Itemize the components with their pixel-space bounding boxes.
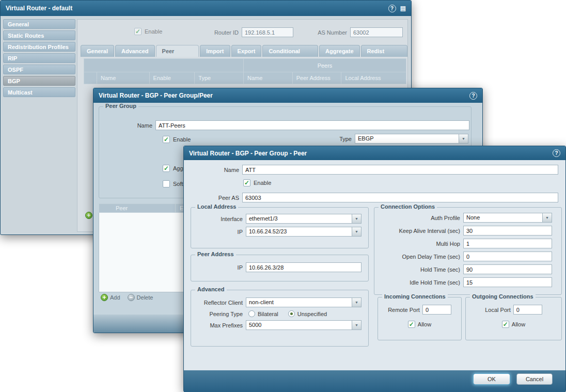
add-icon[interactable]: + — [85, 212, 92, 219]
aggregated-checkbox[interactable]: ✓ — [163, 165, 170, 172]
check-icon: ✓ — [164, 165, 169, 171]
dropdown-arrow-icon[interactable]: ▼ — [352, 214, 361, 224]
tab-import[interactable]: Import — [200, 45, 230, 57]
sidebar-item-rip[interactable]: RIP — [3, 53, 75, 63]
outgoing-connections-legend: Outgoing Connections — [470, 293, 536, 300]
column-header-peer-address[interactable]: Peer Address — [293, 72, 342, 84]
dropdown-arrow-icon[interactable]: ▼ — [352, 227, 361, 237]
keep-alive-field[interactable] — [463, 226, 552, 236]
tab-export[interactable]: Export — [231, 45, 262, 57]
check-icon: ✓ — [503, 321, 508, 327]
router-id-label: Router ID — [196, 29, 239, 36]
tab-redist-rules[interactable]: Redist Rules — [361, 45, 407, 57]
interface-dropdown[interactable]: ethernet1/3 ▼ — [246, 214, 361, 224]
connection-options-fieldset: Connection Options Auth Profile None ▼ K… — [374, 207, 562, 295]
reflector-client-dropdown[interactable]: non-client ▼ — [246, 297, 361, 307]
remote-port-field[interactable] — [422, 305, 451, 315]
idle-hold-time-field[interactable] — [463, 277, 552, 287]
incoming-connections-legend: Incoming Connections — [382, 293, 448, 300]
sidebar-item-multicast[interactable]: Multicast — [3, 87, 75, 97]
add-button[interactable]: + Add — [101, 294, 120, 301]
virtual-router-dialog-titlebar[interactable]: Virtual Router - default ? ▤ — [1, 1, 411, 16]
enable-checkbox[interactable]: ✓ — [243, 179, 250, 186]
bgp-tabs: General Advanced Peer Group Import Expor… — [81, 45, 407, 57]
as-number-field[interactable] — [350, 27, 403, 37]
sidebar-item-static-routes[interactable]: Static Routes — [3, 30, 75, 40]
delete-label: Delete — [137, 294, 153, 301]
enable-checkbox[interactable]: ✓ — [163, 136, 170, 143]
incoming-allow-checkbox[interactable]: ✓ — [408, 321, 415, 328]
multi-hop-field[interactable] — [463, 239, 552, 248]
help-icon[interactable]: ? — [553, 149, 560, 157]
incoming-connections-fieldset: Incoming Connections Remote Port ✓ Allow — [378, 297, 462, 340]
column-header-type[interactable]: Type — [195, 72, 244, 84]
dropdown-arrow-icon[interactable]: ▼ — [352, 320, 361, 330]
local-ip-dropdown[interactable]: 10.66.24.52/23 ▼ — [246, 227, 361, 237]
window-icon[interactable]: ▤ — [400, 5, 406, 11]
type-dropdown[interactable]: EBGP ▼ — [355, 134, 468, 144]
enable-label: Enable — [173, 136, 191, 143]
peer-ip-field[interactable] — [246, 262, 361, 272]
enable-checkbox[interactable]: ✓ — [134, 28, 142, 35]
peer-as-field[interactable] — [242, 193, 558, 202]
outgoing-allow-label: Allow — [512, 321, 525, 327]
sidebar-item-bgp[interactable]: BGP — [3, 76, 75, 86]
auth-profile-dropdown[interactable]: None ▼ — [463, 213, 552, 223]
sidebar-item-redistribution-profiles[interactable]: Redistribution Profiles — [3, 42, 75, 52]
peer-group-dialog-titlebar[interactable]: Virtual Router - BGP - Peer Group/Peer ? — [93, 88, 482, 103]
sidebar-item-general[interactable]: General — [3, 19, 75, 29]
column-header-local-address[interactable]: Local Address — [341, 72, 406, 84]
bilateral-radio[interactable] — [248, 310, 255, 317]
peer-dialog-titlebar[interactable]: Virtual Router - BGP - Peer Group - Peer… — [184, 146, 565, 160]
column-header-enable[interactable]: Enable — [150, 72, 195, 84]
max-prefixes-label: Max Prefixes — [195, 322, 243, 328]
dialog-title: Virtual Router - default — [6, 5, 72, 12]
cancel-button[interactable]: Cancel — [516, 373, 553, 385]
local-address-legend: Local Address — [195, 203, 238, 210]
peer-group-legend: Peer Group — [103, 103, 138, 109]
dropdown-arrow-icon[interactable]: ▼ — [459, 134, 468, 144]
help-icon[interactable]: ? — [469, 92, 477, 100]
reflector-client-label: Reflector Client — [195, 300, 243, 306]
check-icon: ✓ — [164, 136, 169, 143]
peer-ip-label: IP — [195, 264, 243, 271]
advanced-fieldset: Advanced Reflector Client non-client ▼ P… — [191, 290, 369, 347]
peer-address-legend: Peer Address — [195, 251, 236, 257]
tab-general[interactable]: General — [81, 45, 114, 57]
enable-label: Enable — [254, 180, 271, 186]
tab-advanced[interactable]: Advanced — [115, 45, 155, 57]
column-header-peer-name[interactable]: Name — [244, 72, 293, 84]
column-header-name[interactable]: Name — [97, 72, 150, 84]
column-header-peer[interactable]: Peer — [99, 204, 176, 212]
dropdown-arrow-icon[interactable]: ▼ — [543, 213, 552, 223]
sidebar-item-ospf[interactable]: OSPF — [3, 65, 75, 74]
ok-button[interactable]: OK — [473, 373, 510, 385]
hold-time-field[interactable] — [463, 264, 552, 274]
remote-port-label: Remote Port — [388, 307, 420, 313]
help-icon[interactable]: ? — [388, 5, 396, 12]
tab-aggregate[interactable]: Aggregate — [319, 45, 359, 57]
open-delay-field[interactable] — [463, 252, 552, 261]
peer-group-name-field[interactable] — [155, 120, 469, 130]
type-label: Type — [328, 136, 352, 142]
interface-dropdown-value: ethernet1/3 — [246, 214, 352, 224]
peer-name-field[interactable] — [242, 165, 558, 175]
tab-peer-group[interactable]: Peer Group — [156, 45, 199, 57]
router-id-field[interactable] — [242, 27, 293, 37]
outgoing-allow-checkbox[interactable]: ✓ — [502, 321, 509, 328]
idle-hold-time-label: Idle Hold Time (sec) — [379, 279, 460, 286]
dialog-title: Virtual Router - BGP - Peer Group - Peer — [189, 150, 307, 157]
unspecified-radio[interactable] — [288, 310, 295, 317]
soft-reset-checkbox[interactable] — [163, 180, 170, 187]
peer-group-table-header: Peers Name Enable Type Name Peer Address… — [84, 58, 406, 84]
local-port-label: Local Port — [485, 307, 511, 313]
dropdown-arrow-icon[interactable]: ▼ — [352, 297, 361, 307]
tab-conditional-adv[interactable]: Conditional Adv — [262, 45, 318, 57]
soft-reset-label: Soft — [173, 181, 183, 187]
local-ip-label: IP — [195, 229, 243, 235]
local-ip-dropdown-value: 10.66.24.52/23 — [246, 227, 352, 237]
max-prefixes-dropdown[interactable]: 5000 ▼ — [246, 320, 361, 330]
local-port-field[interactable] — [513, 305, 542, 315]
delete-button[interactable]: − Delete — [128, 294, 153, 301]
dialog-footer: OK Cancel — [184, 370, 565, 392]
